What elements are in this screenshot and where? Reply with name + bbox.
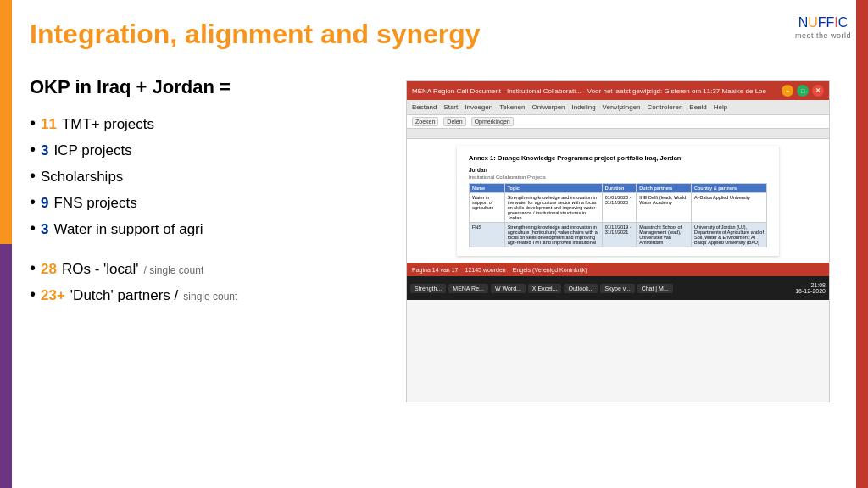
status-words: 12145 woorden: [465, 267, 506, 273]
list-item-text: FNS projects: [53, 195, 136, 212]
table-row: Water in support of agriculture Strength…: [470, 193, 767, 223]
menu-indeling[interactable]: Indeling: [572, 103, 596, 111]
taskbar-date: 16-12-2020: [792, 288, 826, 294]
doc-section-title: Institutional Collaboration Projects: [469, 175, 767, 180]
menu-verwijzingen[interactable]: Verwijzingen: [603, 103, 641, 111]
list-item: 3 ICP projects: [30, 140, 386, 159]
menu-beeld[interactable]: Beeld: [689, 103, 706, 111]
word-titlebar: MENA Region Call Document - Institutiona…: [407, 81, 829, 100]
menu-help[interactable]: Help: [714, 103, 727, 111]
word-ruler: [407, 129, 829, 139]
menu-controleren[interactable]: Controleren: [648, 103, 683, 111]
cell-country: University of Jordan (UJ), Departments o…: [692, 223, 767, 247]
highlight-number: 23+: [41, 287, 65, 304]
cell-dutch: IHE Delft (lead), World Water Academy: [637, 193, 692, 223]
table-row: FNS Strengthening knowledge and innovati…: [470, 223, 767, 247]
list-item: 28 ROs - 'local' / single count: [30, 258, 386, 278]
list-item-small: / single count: [144, 264, 204, 276]
highlight-number: 11: [41, 116, 57, 133]
list-item-text: 'Dutch' partners /: [70, 287, 178, 304]
cell-name: FNS: [470, 223, 505, 247]
col-header-topic: Topic: [504, 184, 602, 193]
cell-dutch: Maastricht School of Management (lead), …: [637, 223, 692, 247]
taskbar-item-skype[interactable]: Skype v...: [600, 284, 634, 293]
taskbar-item-strength[interactable]: Strength...: [410, 284, 446, 293]
menu-ontwerpen[interactable]: Ontwerpen: [531, 103, 565, 111]
status-page: Pagina 14 van 17: [412, 267, 459, 273]
page-title: Integration, alignment and synergy: [30, 19, 481, 50]
list-item-text: ICP projects: [53, 142, 131, 159]
col-header-name: Name: [470, 184, 505, 193]
cell-duration: 01/01/2020 - 31/12/2020: [602, 193, 637, 223]
cell-topic: Strengthening knowledge and innovation i…: [504, 223, 602, 247]
ribbon-delen[interactable]: Delen: [443, 117, 465, 126]
main-content: Integration, alignment and synergy OKP i…: [21, 0, 847, 488]
word-title-text: MENA Region Call Document - Institutiona…: [412, 87, 782, 95]
menu-tekenen[interactable]: Tekenen: [499, 103, 525, 111]
list-item-text: Scholarships: [41, 169, 123, 186]
highlight-number: 3: [41, 221, 48, 238]
list-item-text: Water in support of agri: [53, 221, 203, 238]
right-color-bar: [856, 0, 868, 488]
col-header-duration: Duration: [602, 184, 637, 193]
cell-duration: 01/12/2019 - 31/12/2021: [602, 223, 637, 247]
left-section: OKP in Iraq + Jordan = 11 TMT+ projects …: [30, 76, 386, 311]
cell-country: Al-Balqa Applied University: [692, 193, 767, 223]
taskbar-clock: 21:08: [792, 282, 826, 288]
taskbar-item-outlook[interactable]: Outlook...: [564, 284, 598, 293]
highlight-number: 3: [41, 142, 48, 159]
bullet-list-secondary: 28 ROs - 'local' / single count 23+ 'Dut…: [30, 258, 386, 304]
taskbar-item-excel[interactable]: X Excel...: [528, 284, 562, 293]
col-header-dutch: Dutch partners: [637, 184, 692, 193]
close-button[interactable]: ✕: [812, 85, 824, 97]
word-statusbar: Pagina 14 van 17 12145 woorden Engels (V…: [407, 263, 829, 276]
menu-start[interactable]: Start: [443, 103, 458, 111]
word-screenshot: MENA Region Call Document - Institutiona…: [406, 80, 830, 402]
bullet-list-primary: 11 TMT+ projects 3 ICP projects Scholars…: [30, 114, 386, 238]
list-item: 3 Water in support of agri: [30, 219, 386, 238]
cell-topic: Strengthening knowledge and innovation i…: [504, 193, 602, 223]
highlight-number: 9: [41, 195, 48, 212]
word-menubar: Bestand Start Invoegen Tekenen Ontwerpen…: [407, 100, 829, 115]
taskbar-time: 21:08 16-12-2020: [792, 282, 826, 294]
doc-title: Annex 1: Orange Knowledge Programme proj…: [469, 154, 767, 162]
minimize-button[interactable]: −: [782, 85, 793, 97]
list-item-small: single count: [183, 291, 237, 302]
section-subtitle: OKP in Iraq + Jordan =: [30, 76, 386, 98]
menu-invoegen[interactable]: Invoegen: [465, 103, 492, 111]
ribbon-zoeken[interactable]: Zoeken: [412, 117, 438, 126]
left-color-bar: [0, 0, 12, 488]
status-lang: Engels (Verenigd Koninkrijk): [513, 267, 587, 273]
list-item: 11 TMT+ projects: [30, 114, 386, 133]
taskbar-item-word[interactable]: W Word...: [491, 284, 526, 293]
cell-name: Water in support of agriculture: [470, 193, 505, 223]
taskbar-item-chat[interactable]: Chat | M...: [637, 284, 673, 293]
doc-table: Name Topic Duration Dutch partners Count…: [469, 183, 767, 247]
windows-taskbar: Strength... MENA Re... W Word... X Excel…: [407, 276, 829, 300]
maximize-button[interactable]: □: [797, 85, 809, 97]
word-body: Annex 1: Orange Knowledge Programme proj…: [407, 139, 829, 263]
word-ribbon: Zoeken Delen Opmerkingen: [407, 115, 829, 129]
list-item-text: ROs - 'local': [62, 261, 139, 278]
list-item: 9 FNS projects: [30, 192, 386, 212]
taskbar-item-mena[interactable]: MENA Re...: [448, 284, 488, 293]
doc-subtitle: Jordan: [469, 167, 767, 173]
window-controls: − □ ✕: [782, 85, 824, 97]
ribbon-opmerkingen[interactable]: Opmerkingen: [471, 117, 514, 126]
list-item: 23+ 'Dutch' partners / single count: [30, 285, 386, 304]
document-page: Annex 1: Orange Knowledge Programme proj…: [457, 146, 779, 256]
list-item-text: TMT+ projects: [62, 116, 154, 133]
col-header-country: Country & partners: [692, 184, 767, 193]
highlight-number: 28: [41, 261, 57, 278]
menu-bestand[interactable]: Bestand: [412, 103, 437, 111]
taskbar-items: Strength... MENA Re... W Word... X Excel…: [410, 284, 788, 293]
list-item: Scholarships: [30, 166, 386, 186]
